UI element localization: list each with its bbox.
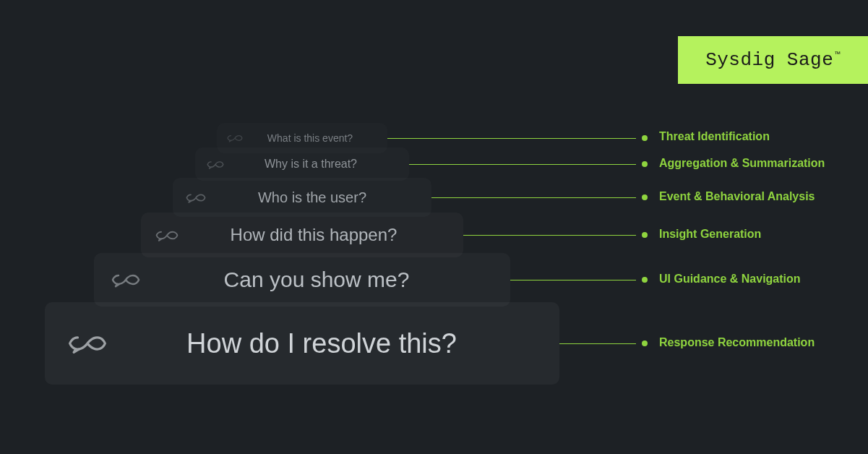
- question-text: Why is it a threat?: [224, 158, 398, 171]
- infinity-chat-icon: [111, 271, 140, 288]
- connector-dot: [642, 232, 648, 238]
- feature-label-2: Aggregation & Summarization: [659, 157, 825, 170]
- question-text: Who is the user?: [206, 189, 418, 206]
- brand-name: Sysdig Sage: [705, 49, 833, 71]
- feature-label-6: Response Recommendation: [659, 336, 815, 349]
- question-text: Can you show me?: [140, 267, 493, 292]
- trademark-symbol: ™: [835, 51, 841, 61]
- connector-line: [409, 164, 636, 165]
- infinity-chat-icon: [227, 133, 243, 143]
- infinity-chat-icon: [186, 192, 206, 204]
- question-card-4: How did this happen?: [141, 213, 463, 257]
- tier-row-3: Who is the user? Event & Behavioral Anal…: [0, 178, 868, 217]
- tier-row-2: Why is it a threat? Aggregation & Summar…: [0, 147, 868, 181]
- feature-label-3: Event & Behavioral Analysis: [659, 190, 815, 203]
- connector-dot: [642, 340, 648, 346]
- feature-label-5: UI Guidance & Navigation: [659, 273, 801, 286]
- tier-row-4: How did this happen? Insight Generation: [0, 213, 868, 257]
- feature-label-1: Threat Identification: [659, 130, 770, 143]
- connector-line: [510, 280, 636, 280]
- tier-row-5: Can you show me? UI Guidance & Navigatio…: [0, 253, 868, 307]
- question-text: How did this happen?: [179, 225, 449, 245]
- question-text: What is this event?: [243, 132, 377, 144]
- feature-label-4: Insight Generation: [659, 228, 761, 241]
- connector-line: [559, 343, 636, 344]
- infinity-chat-icon: [155, 228, 179, 242]
- connector-line: [387, 138, 636, 139]
- question-card-6: How do I resolve this?: [45, 302, 559, 385]
- brand-badge: Sysdig Sage™: [678, 36, 868, 84]
- connector-line: [431, 197, 636, 198]
- infinity-chat-icon: [207, 159, 224, 170]
- connector-dot: [642, 194, 648, 200]
- question-card-3: Who is the user?: [173, 178, 431, 217]
- tier-row-6: How do I resolve this? Response Recommen…: [0, 302, 868, 385]
- question-card-5: Can you show me?: [94, 253, 510, 307]
- connector-line: [463, 235, 636, 236]
- infinity-chat-icon: [68, 332, 107, 355]
- connector-dot: [642, 135, 648, 141]
- capability-pyramid: What is this event? Threat Identificatio…: [0, 123, 868, 427]
- connector-dot: [642, 277, 648, 283]
- question-text: How do I resolve this?: [107, 328, 536, 359]
- question-card-2: Why is it a threat?: [195, 147, 409, 181]
- connector-dot: [642, 161, 648, 167]
